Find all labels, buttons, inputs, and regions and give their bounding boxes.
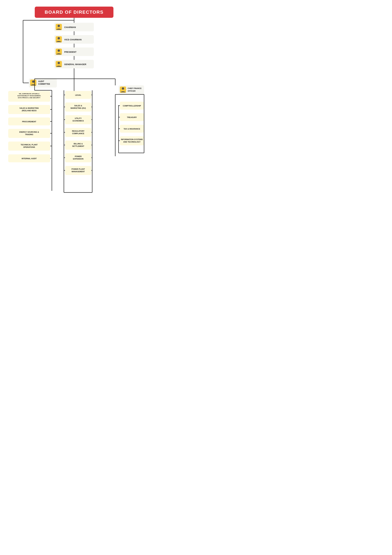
audit-committee-label: AUDIT (38, 80, 44, 83)
svg-text:MANAGEMENT: MANAGEMENT (72, 171, 85, 173)
svg-text:SUSTAINABILITY MANAGEMENT,: SUSTAINABILITY MANAGEMENT, (17, 95, 41, 96)
svg-text:COMMITTEE: COMMITTEE (38, 83, 50, 85)
sales-res-label: SALES & MARKETING (19, 107, 39, 109)
regulatory-label: REGULATORY (72, 130, 85, 132)
treasury-label: TREASURY (127, 116, 137, 118)
tax-insurance-label: TAX & INSURANCE (124, 128, 140, 130)
power-expansion-label: POWER (75, 155, 82, 157)
general-manager-label: GENERAL MANAGER (64, 63, 86, 66)
svg-point-21 (32, 80, 34, 83)
svg-text:AND TECHNOLOGY: AND TECHNOLOGY (123, 141, 141, 143)
procurement-label: PROCUREMENT (22, 121, 36, 123)
svg-point-7 (58, 37, 60, 39)
svg-text:OPERATIONS: OPERATIONS (23, 146, 35, 148)
svg-text:DATA PRIVACY, AND SECURITY: DATA PRIVACY, AND SECURITY (18, 97, 40, 99)
svg-point-3 (58, 25, 60, 27)
svg-point-15 (58, 62, 60, 64)
ist-label: INFORMATION SYSTEMS (121, 139, 143, 140)
org-chart: BOARD OF DIRECTORS CHAIRMAN VICE-CHAIRMA… (3, 7, 145, 216)
svg-text:SETTLEMENT: SETTLEMENT (72, 145, 84, 147)
svg-point-30 (122, 87, 124, 90)
president-label: PRESIDENT (64, 51, 76, 53)
svg-text:MARKETING (DU): MARKETING (DU) (71, 107, 86, 109)
svg-text:OFFICER: OFFICER (128, 90, 135, 92)
svg-text:COMPLIANCE: COMPLIANCE (72, 132, 84, 134)
cfo-label: CHIEF FINANCE (128, 87, 142, 89)
technical-plant-label: TECHNICAL PLANT (21, 144, 37, 146)
comptrollership-label: COMPTROLLERSHIP (123, 105, 141, 107)
svg-text:ECONOMICS: ECONOMICS (73, 120, 84, 122)
svg-point-11 (58, 50, 60, 52)
svg-text:EXPANSION: EXPANSION (73, 158, 84, 160)
hr-dept-label: HR, CORPORATE AFFAIRS & (19, 93, 40, 95)
svg-text:TRADING: TRADING (25, 133, 33, 135)
legal-label: LEGAL (75, 94, 81, 96)
vice-chairman-label: VICE-CHAIRMAN (64, 38, 81, 41)
energy-label: ENERGY SOURCING & (19, 131, 39, 133)
board-of-directors: BOARD OF DIRECTORS (35, 7, 114, 18)
internal-audit-label: INTERNAL AUDIT (21, 158, 37, 160)
utility-label: UTILITY (75, 117, 82, 119)
power-plant-label: POWER PLANT (71, 168, 85, 170)
sales-du-label: SALES & (74, 105, 82, 107)
org-chart-svg: CHAIRMAN VICE-CHAIRMAN PRESIDENT GENERAL… (3, 18, 145, 216)
billing-label: BILLING & (74, 143, 83, 145)
chairman-label: CHAIRMAN (64, 26, 76, 29)
svg-text:(RES) AND BESS: (RES) AND BESS (22, 110, 36, 112)
